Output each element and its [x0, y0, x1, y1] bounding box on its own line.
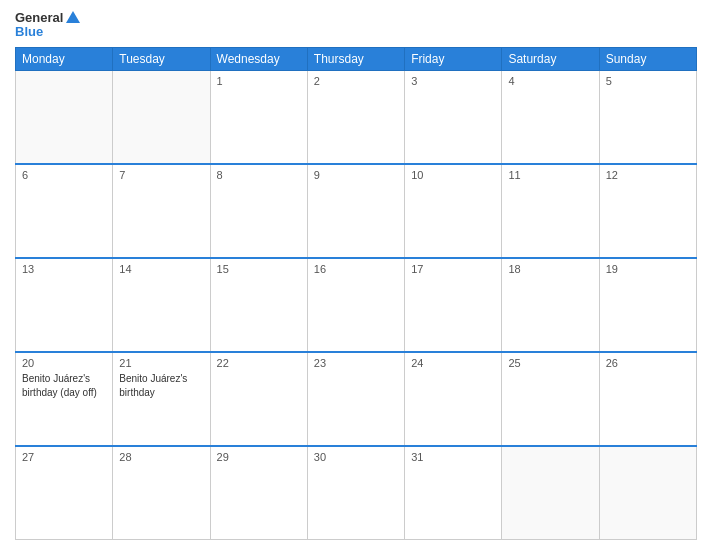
day-cell: 22	[210, 352, 307, 446]
day-number: 22	[217, 357, 301, 369]
day-cell: 20Benito Juárez's birthday (day off)	[16, 352, 113, 446]
day-cell: 1	[210, 71, 307, 165]
weekday-header-wednesday: Wednesday	[210, 48, 307, 71]
weekday-header-tuesday: Tuesday	[113, 48, 210, 71]
day-cell: 18	[502, 258, 599, 352]
header: General Blue	[15, 10, 697, 39]
day-cell: 31	[405, 446, 502, 540]
logo-blue: Blue	[15, 24, 43, 40]
day-cell: 13	[16, 258, 113, 352]
weekday-header-friday: Friday	[405, 48, 502, 71]
day-number: 9	[314, 169, 398, 181]
logo-block: General Blue	[15, 10, 80, 39]
week-row-5: 2728293031	[16, 446, 697, 540]
day-number: 19	[606, 263, 690, 275]
logo: General Blue	[15, 10, 80, 39]
day-cell: 8	[210, 164, 307, 258]
day-cell: 16	[307, 258, 404, 352]
day-number: 25	[508, 357, 592, 369]
day-cell	[502, 446, 599, 540]
day-cell: 26	[599, 352, 696, 446]
day-cell: 19	[599, 258, 696, 352]
day-number: 6	[22, 169, 106, 181]
day-cell: 23	[307, 352, 404, 446]
day-cell: 17	[405, 258, 502, 352]
weekday-header-sunday: Sunday	[599, 48, 696, 71]
day-event: Benito Juárez's birthday	[119, 373, 187, 398]
day-number: 3	[411, 75, 495, 87]
page: General Blue MondayTuesdayWednesdayThurs…	[0, 0, 712, 550]
day-cell: 29	[210, 446, 307, 540]
day-number: 10	[411, 169, 495, 181]
weekday-header-thursday: Thursday	[307, 48, 404, 71]
day-number: 7	[119, 169, 203, 181]
day-number: 27	[22, 451, 106, 463]
day-number: 21	[119, 357, 203, 369]
day-number: 20	[22, 357, 106, 369]
day-number: 18	[508, 263, 592, 275]
day-number: 11	[508, 169, 592, 181]
day-cell	[113, 71, 210, 165]
week-row-1: 12345	[16, 71, 697, 165]
week-row-3: 13141516171819	[16, 258, 697, 352]
day-number: 12	[606, 169, 690, 181]
day-cell: 28	[113, 446, 210, 540]
day-cell: 21Benito Juárez's birthday	[113, 352, 210, 446]
day-number: 26	[606, 357, 690, 369]
day-cell: 10	[405, 164, 502, 258]
day-number: 5	[606, 75, 690, 87]
day-number: 1	[217, 75, 301, 87]
day-cell: 2	[307, 71, 404, 165]
day-number: 23	[314, 357, 398, 369]
day-cell: 4	[502, 71, 599, 165]
day-number: 2	[314, 75, 398, 87]
week-row-4: 20Benito Juárez's birthday (day off)21Be…	[16, 352, 697, 446]
day-cell: 6	[16, 164, 113, 258]
day-number: 16	[314, 263, 398, 275]
calendar-table: MondayTuesdayWednesdayThursdayFridaySatu…	[15, 47, 697, 540]
day-number: 4	[508, 75, 592, 87]
day-number: 15	[217, 263, 301, 275]
day-number: 28	[119, 451, 203, 463]
day-cell: 12	[599, 164, 696, 258]
day-cell	[16, 71, 113, 165]
day-cell: 11	[502, 164, 599, 258]
day-event: Benito Juárez's birthday (day off)	[22, 373, 97, 398]
day-cell	[599, 446, 696, 540]
day-cell: 24	[405, 352, 502, 446]
day-number: 14	[119, 263, 203, 275]
day-cell: 30	[307, 446, 404, 540]
day-cell: 9	[307, 164, 404, 258]
day-number: 8	[217, 169, 301, 181]
day-number: 30	[314, 451, 398, 463]
day-cell: 14	[113, 258, 210, 352]
weekday-header-saturday: Saturday	[502, 48, 599, 71]
day-cell: 15	[210, 258, 307, 352]
day-number: 24	[411, 357, 495, 369]
day-number: 17	[411, 263, 495, 275]
day-number: 31	[411, 451, 495, 463]
day-cell: 5	[599, 71, 696, 165]
logo-triangle-icon	[66, 11, 80, 23]
weekday-header-row: MondayTuesdayWednesdayThursdayFridaySatu…	[16, 48, 697, 71]
weekday-header-monday: Monday	[16, 48, 113, 71]
day-number: 13	[22, 263, 106, 275]
day-cell: 7	[113, 164, 210, 258]
day-cell: 3	[405, 71, 502, 165]
day-cell: 25	[502, 352, 599, 446]
day-number: 29	[217, 451, 301, 463]
day-cell: 27	[16, 446, 113, 540]
week-row-2: 6789101112	[16, 164, 697, 258]
